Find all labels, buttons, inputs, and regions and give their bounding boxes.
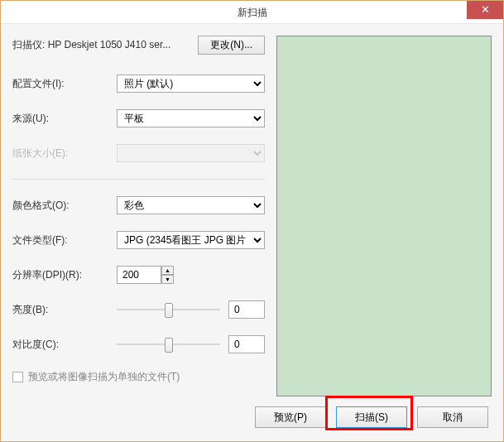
dpi-spinner-buttons: ▲ ▼ <box>161 266 174 284</box>
dialog-body: 扫描仪: HP Deskjet 1050 J410 ser... 更改(N)..… <box>1 24 503 396</box>
preview-button[interactable]: 预览(P) <box>255 406 326 428</box>
preview-pane <box>276 36 492 396</box>
dpi-label: 分辨率(DPI)(R): <box>12 268 117 282</box>
separate-files-row: 预览或将图像扫描为单独的文件(T) <box>12 370 265 384</box>
brightness-row: 亮度(B): <box>12 300 265 319</box>
scan-button[interactable]: 扫描(S) <box>336 406 407 428</box>
paper-size-row: 纸张大小(E): <box>12 144 265 162</box>
profile-label: 配置文件(I): <box>12 77 117 91</box>
separate-files-checkbox[interactable] <box>12 372 23 382</box>
contrast-slider[interactable] <box>117 336 220 353</box>
file-type-label: 文件类型(F): <box>12 233 117 247</box>
close-icon: ✕ <box>481 3 490 16</box>
brightness-slider[interactable] <box>117 301 220 318</box>
dpi-up-button[interactable]: ▲ <box>161 266 174 275</box>
settings-pane: 扫描仪: HP Deskjet 1050 J410 ser... 更改(N)..… <box>12 36 276 396</box>
scanner-label: 扫描仪: HP Deskjet 1050 J410 ser... <box>12 38 193 52</box>
scanner-row: 扫描仪: HP Deskjet 1050 J410 ser... 更改(N)..… <box>12 36 265 55</box>
color-format-select[interactable]: 彩色 <box>117 196 265 214</box>
separate-files-label: 预览或将图像扫描为单独的文件(T) <box>28 370 180 384</box>
brightness-value[interactable] <box>228 300 265 319</box>
window-title: 新扫描 <box>238 7 267 18</box>
dpi-input[interactable] <box>117 266 161 284</box>
dpi-row: 分辨率(DPI)(R): ▲ ▼ <box>12 266 265 284</box>
dpi-down-button[interactable]: ▼ <box>161 275 174 284</box>
close-button[interactable]: ✕ <box>467 1 503 19</box>
source-row: 来源(U): 平板 <box>12 109 265 127</box>
cancel-button[interactable]: 取消 <box>417 406 488 428</box>
source-label: 来源(U): <box>12 112 117 126</box>
change-scanner-button[interactable]: 更改(N)... <box>198 36 265 55</box>
file-type-row: 文件类型(F): JPG (2345看图王 JPG 图片 <box>12 231 265 249</box>
contrast-label: 对比度(C): <box>12 338 117 352</box>
color-format-label: 颜色格式(O): <box>12 199 117 213</box>
contrast-value[interactable] <box>228 335 265 353</box>
brightness-thumb[interactable] <box>165 303 173 318</box>
divider <box>12 179 265 180</box>
dpi-spinner: ▲ ▼ <box>117 266 174 284</box>
paper-size-select <box>117 144 265 162</box>
source-select[interactable]: 平板 <box>117 109 265 127</box>
titlebar: 新扫描 ✕ <box>1 1 503 24</box>
paper-size-label: 纸张大小(E): <box>12 147 117 161</box>
button-bar: 预览(P) 扫描(S) 取消 <box>1 396 503 441</box>
scan-dialog: 新扫描 ✕ 扫描仪: HP Deskjet 1050 J410 ser... 更… <box>0 0 504 442</box>
profile-select[interactable]: 照片 (默认) <box>117 74 265 93</box>
file-type-select[interactable]: JPG (2345看图王 JPG 图片 <box>117 231 265 249</box>
profile-row: 配置文件(I): 照片 (默认) <box>12 74 265 93</box>
preview-area[interactable] <box>276 36 492 396</box>
contrast-thumb[interactable] <box>165 338 173 353</box>
brightness-label: 亮度(B): <box>12 303 117 317</box>
color-format-row: 颜色格式(O): 彩色 <box>12 196 265 214</box>
contrast-row: 对比度(C): <box>12 335 265 353</box>
